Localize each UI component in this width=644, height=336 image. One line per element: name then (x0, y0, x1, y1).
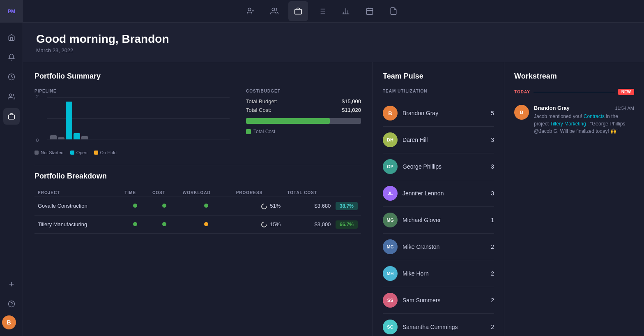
time-dot-1 (133, 204, 137, 208)
th-totalcost: TOTAL COST (284, 189, 361, 197)
legend-dot-open (70, 151, 74, 155)
sidebar-item-alerts[interactable] (3, 49, 20, 65)
page-header: Good morning, Brandon March 23, 2022 (23, 23, 644, 62)
project-name-1: Govalle Construction (34, 197, 121, 216)
team-member-count: 2 (491, 324, 494, 330)
ws-timestamp: 11:54 AM (615, 106, 634, 111)
team-member-count: 3 (491, 190, 494, 197)
app-logo[interactable]: PM (0, 0, 23, 23)
workstream-column: Workstream TODAY NEW B Brandon Gray 11:5… (504, 62, 644, 336)
total-cost-row: Total Cost: $11,020 (246, 107, 361, 113)
sidebar-item-home[interactable] (3, 29, 20, 46)
list-item: SC Samantha Cummings 2 (383, 314, 494, 336)
chart-legend: Not Started Open On Hold (34, 150, 230, 155)
team-member-count: 5 (491, 110, 494, 116)
bar-1 (50, 135, 57, 139)
svg-point-3 (272, 8, 275, 11)
team-member-name: Michael Glover (402, 217, 491, 223)
nav-icon-list[interactable] (312, 1, 332, 21)
top-nav: PM (0, 0, 644, 23)
three-col-layout: Portfolio Summary PIPELINE 2 (23, 62, 644, 336)
total-budget-value: $15,000 (342, 98, 361, 104)
sidebar-bottom: B (2, 276, 21, 329)
table-row: Govalle Construction 51% $3,680 38.7% (34, 197, 361, 216)
team-member-name: Daren Hill (402, 137, 491, 143)
team-member-count: 3 (491, 137, 494, 143)
portfolio-title: Portfolio Summary (34, 72, 361, 81)
svg-point-25 (8, 301, 14, 307)
bar-3 (66, 102, 72, 139)
cost-2 (149, 215, 179, 234)
sidebar-item-add[interactable] (3, 276, 20, 292)
nav-icon-briefcase[interactable] (288, 1, 308, 21)
table-header-row: PROJECT TIME COST WORKLOAD PROGRESS TOTA… (34, 189, 361, 197)
totalcost-2: $3,000 66.7% (284, 215, 361, 234)
team-member-name: Sam Summers (402, 297, 491, 304)
legend-dot-not-started (34, 151, 39, 155)
nav-icon-person-add[interactable] (241, 1, 260, 21)
workstream-timeline: TODAY NEW B Brandon Gray 11:54 AM (514, 89, 634, 138)
nav-icon-calendar[interactable] (360, 1, 380, 21)
total-cost-label: Total Cost: (246, 107, 271, 113)
nav-icons (241, 1, 403, 21)
progress-1: 51% (233, 197, 284, 216)
team-pulse-title: Team Pulse (383, 72, 494, 81)
cost-dot-1 (162, 204, 166, 208)
sidebar-item-users[interactable] (3, 88, 20, 105)
avatar: GP (383, 159, 398, 174)
ws-link-tillery[interactable]: Tillery Marketing (550, 121, 586, 127)
bar-chart: 2 0 (34, 97, 230, 147)
team-pulse-column: Team Pulse TEAM UTILIZATION B Brandon Gr… (373, 62, 504, 336)
legend-label-open: Open (76, 150, 87, 155)
list-item: B Brandon Gray 5 (383, 100, 494, 127)
ws-link-contracts[interactable]: Contracts (584, 114, 605, 119)
list-item: SS Sam Summers 2 (383, 287, 494, 314)
user-avatar[interactable]: B (2, 315, 16, 329)
table-row: Tillery Manufacturing 15% $3,000 66.7% (34, 215, 361, 234)
cost-budget-area: COST/BUDGET Total Budget: $15,000 Total … (246, 89, 361, 155)
workstream-title: Workstream (514, 72, 634, 81)
nav-icon-chart[interactable] (336, 1, 356, 21)
legend-label-on-hold: On Hold (100, 150, 117, 155)
list-item: MH Mike Horn 2 (383, 260, 494, 287)
totalcost-1: $3,680 38.7% (284, 197, 361, 216)
cost-dot-2 (162, 222, 166, 226)
legend-open: Open (70, 150, 87, 155)
team-member-count: 2 (491, 270, 494, 277)
workload-1 (179, 197, 233, 216)
sidebar: B (0, 23, 23, 336)
nav-icon-people[interactable] (264, 1, 284, 21)
today-line (534, 92, 615, 92)
team-member-count: 2 (491, 243, 494, 250)
avatar: SC (383, 320, 398, 334)
nav-icon-document[interactable] (384, 1, 403, 21)
page-date: March 23, 2022 (36, 47, 631, 53)
section-divider (34, 165, 361, 165)
total-cost-val-1: $3,680 (315, 203, 331, 209)
avatar: DH (383, 132, 398, 147)
team-member-name: Jennifer Lennon (402, 190, 491, 197)
legend-label-not-started: Not Started (41, 150, 64, 155)
list-item: GP George Phillips 3 (383, 153, 494, 180)
team-member-count: 2 (491, 297, 494, 304)
bar-4 (74, 133, 80, 139)
bar-2 (58, 137, 64, 139)
breakdown-title: Portfolio Breakdown (34, 172, 361, 181)
cost-legend-label: Total Cost (253, 129, 275, 134)
total-budget-row: Total Budget: $15,000 (246, 98, 361, 104)
sidebar-item-briefcase[interactable] (3, 108, 20, 125)
cost-budget-label: COST/BUDGET (246, 89, 361, 93)
time-dot-2 (133, 222, 137, 226)
breakdown-table: PROJECT TIME COST WORKLOAD PROGRESS TOTA… (34, 189, 361, 234)
pipeline-chart: PIPELINE 2 0 (34, 89, 230, 155)
new-badge: NEW (618, 89, 634, 95)
workload-dot-1 (204, 204, 208, 208)
sidebar-item-time[interactable] (3, 69, 20, 85)
ws-avatar: B (514, 105, 529, 120)
sidebar-item-help[interactable] (3, 296, 20, 312)
workload-dot-2 (204, 222, 208, 226)
th-workload: WORKLOAD (179, 189, 233, 197)
progress-circle-1 (260, 202, 268, 211)
progress-pct-1: 51% (270, 203, 281, 209)
team-member-name: Brandon Gray (402, 110, 491, 116)
